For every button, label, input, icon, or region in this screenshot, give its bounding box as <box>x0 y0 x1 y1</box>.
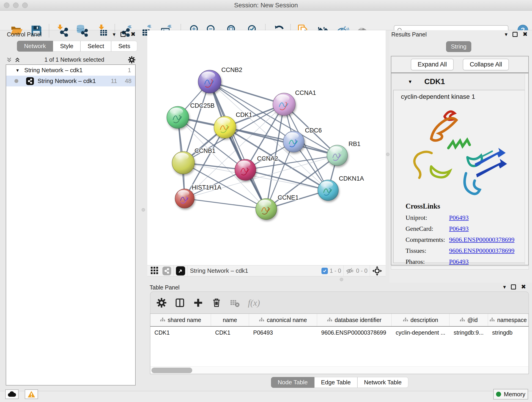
node-label-cdkn1a: CDKN1A <box>339 175 364 182</box>
column-header--id[interactable]: @id <box>450 314 488 326</box>
edge-count: 48 <box>125 77 132 85</box>
column-header-canonical-name[interactable]: canonical name <box>249 314 317 326</box>
crosslink-link[interactable]: 9606.ENSP00000378699 <box>449 236 514 243</box>
crosslink-link[interactable]: P06493 <box>449 214 469 221</box>
collapse-all-button[interactable]: Collapse All <box>463 59 509 70</box>
crosslink-label: GeneCard: <box>405 225 449 232</box>
network-view-toolbar: String Network – cdk1 1 - 0 0 - 0 <box>147 265 386 276</box>
maximize-window-icon[interactable] <box>22 2 28 8</box>
gear-icon[interactable] <box>128 56 136 64</box>
float-panel-icon[interactable] <box>120 32 126 37</box>
table-horizontal-scrollbar[interactable] <box>150 366 529 374</box>
table-cell[interactable]: stringdb:9... <box>450 327 488 339</box>
table-cell[interactable]: stringdb <box>488 327 528 339</box>
gene-expander-icon[interactable]: ▾ <box>409 78 412 85</box>
close-panel-icon[interactable]: ✖ <box>523 31 528 38</box>
import-table-icon[interactable] <box>97 24 109 37</box>
window-controls[interactable] <box>4 2 28 8</box>
memory-button[interactable]: Memory <box>493 389 528 400</box>
close-panel-icon[interactable]: ✖ <box>131 31 136 38</box>
table-row[interactable]: CDK1CDK1P064939606.ENSP00000378699cyclin… <box>150 327 529 339</box>
gear-icon[interactable] <box>156 298 167 308</box>
results-horizontal-scrollbar[interactable] <box>391 266 529 269</box>
function-icon[interactable]: f(x) <box>248 298 260 308</box>
tab-select[interactable]: Select <box>80 41 111 51</box>
network-canvas[interactable]: CCNB2CCNA1CDC25BCDK1CDC6RB1CCNB1CCNA2CDK… <box>147 30 386 265</box>
collapse-panel-icon[interactable]: ▾ <box>113 31 115 38</box>
columns-icon[interactable] <box>175 298 185 308</box>
close-window-icon[interactable] <box>4 2 9 8</box>
network-node-ccnb2[interactable] <box>198 70 221 93</box>
selected-checkbox-icon[interactable] <box>322 268 328 274</box>
network-collection-row[interactable]: ▾ String Network – cdk1 1 <box>6 65 135 76</box>
network-row[interactable]: String Network – cdk1 11 48 <box>6 76 135 86</box>
tab-node-table[interactable]: Node Table <box>271 377 314 388</box>
collapse-panel-icon[interactable]: ▾ <box>503 284 506 290</box>
memory-status-dot <box>496 392 501 397</box>
minimize-window-icon[interactable] <box>13 2 19 8</box>
left-splitter-handle[interactable] <box>142 208 145 211</box>
network-node-cdc6[interactable] <box>283 131 304 152</box>
network-node-ccna2[interactable] <box>235 159 256 180</box>
tab-string[interactable]: String <box>446 41 471 52</box>
selection-summary: 1 of 1 Network selected <box>21 56 128 63</box>
network-node-rb1[interactable] <box>327 145 348 166</box>
column-label: shared name <box>168 317 201 323</box>
table-cell[interactable]: CDK1 <box>150 327 211 339</box>
table-cell[interactable]: P06493 <box>249 327 317 339</box>
horizontal-splitter-handle[interactable] <box>340 278 343 281</box>
scrollbar-thumb[interactable] <box>152 368 192 373</box>
network-node-ccna1[interactable] <box>273 93 295 115</box>
hidden-eye-icon[interactable] <box>346 267 354 275</box>
delete-table-icon[interactable] <box>230 298 240 308</box>
tab-network[interactable]: Network <box>17 41 53 51</box>
import-network-icon[interactable] <box>56 24 68 37</box>
column-header-database-identifier[interactable]: database identifier <box>317 314 392 326</box>
table-cell[interactable]: cyclin-dependent ... <box>392 327 450 339</box>
table-cell[interactable]: 9606.ENSP00000378699 <box>317 327 392 339</box>
cloud-button[interactable] <box>5 389 19 399</box>
table-cell[interactable]: CDK1 <box>211 327 249 339</box>
import-database-icon[interactable] <box>76 24 88 37</box>
float-panel-icon[interactable] <box>513 32 518 37</box>
collapse-panel-icon[interactable]: ▾ <box>505 31 507 38</box>
collapse-all-chevron-icon[interactable] <box>14 56 21 63</box>
network-node-ccne1[interactable] <box>256 198 277 220</box>
collection-expander-icon[interactable]: ▾ <box>16 67 19 73</box>
crosshair-icon[interactable] <box>372 266 382 276</box>
network-node-hist1h1a[interactable] <box>175 189 194 208</box>
trash-icon[interactable] <box>211 298 222 308</box>
add-icon[interactable] <box>193 298 203 308</box>
gene-card-header[interactable]: ▾ CDK1 <box>391 73 528 90</box>
tab-network-table[interactable]: Network Table <box>357 377 408 388</box>
network-node-ccnb1[interactable] <box>172 152 195 174</box>
network-node-cdc25b[interactable] <box>167 106 189 128</box>
crosslink-link[interactable]: P06493 <box>449 225 469 232</box>
results-vertical-scrollbar[interactable] <box>525 74 528 264</box>
right-splitter-handle[interactable] <box>386 153 389 156</box>
tab-style[interactable]: Style <box>53 41 80 51</box>
collection-count: 1 <box>128 67 131 74</box>
collection-name: String Network – cdk1 <box>24 67 82 74</box>
tab-sets[interactable]: Sets <box>111 41 137 51</box>
results-panel-tabs: String <box>446 41 471 52</box>
status-bar: Memory <box>0 391 532 402</box>
float-panel-icon[interactable] <box>511 284 516 289</box>
column-header-shared-name[interactable]: shared name <box>150 314 211 326</box>
network-node-cdk1[interactable] <box>214 116 236 138</box>
detail-toggle-icon[interactable] <box>176 266 185 275</box>
column-header-description[interactable]: description <box>392 314 450 326</box>
crosslink-link[interactable]: 9606.ENSP00000378699 <box>449 247 514 254</box>
close-panel-icon[interactable]: ✖ <box>521 283 526 290</box>
expand-all-chevron-icon[interactable] <box>6 56 13 63</box>
warning-button[interactable] <box>25 389 38 399</box>
grid-view-icon[interactable] <box>151 267 158 275</box>
tab-edge-table[interactable]: Edge Table <box>314 377 357 388</box>
table-body: CDK1CDK1P064939606.ENSP00000378699cyclin… <box>150 327 529 339</box>
column-header-namespace[interactable]: namespace <box>488 314 528 326</box>
share-view-icon[interactable] <box>162 267 171 275</box>
column-header-name[interactable]: name <box>211 314 249 326</box>
network-node-cdkn1a[interactable] <box>318 180 338 201</box>
crosslink-link[interactable]: P06493 <box>449 258 469 265</box>
expand-all-button[interactable]: Expand All <box>411 59 454 70</box>
